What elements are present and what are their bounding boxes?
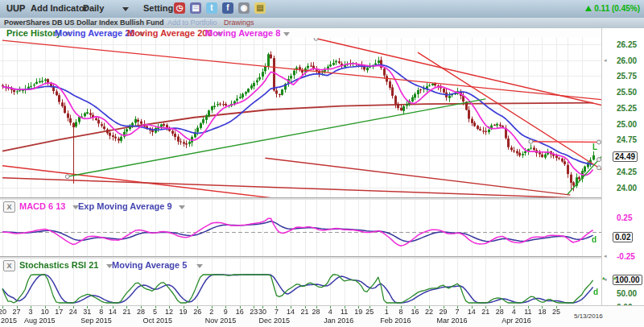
week-tick-label: 17 bbox=[55, 308, 63, 316]
week-tick-label: 10 bbox=[41, 308, 49, 316]
camera-icon[interactable]: ◉ bbox=[238, 2, 250, 14]
charting-app: UUP Add Indicator Daily Settings ◷▤tf◉▤ … bbox=[0, 0, 644, 327]
subbar: PowerShares DB US Dollar Index Bullish F… bbox=[0, 18, 644, 28]
week-tick-label: 14 bbox=[109, 308, 117, 316]
week-tick-label: 5 bbox=[153, 308, 157, 316]
chevron-down-icon[interactable] bbox=[283, 32, 290, 36]
price-tick-label: 25.50 bbox=[617, 88, 637, 97]
month-label: Aug 2015 bbox=[24, 317, 56, 325]
scroll-arrow-icon[interactable]: ◂ bbox=[604, 57, 607, 64]
week-tick-label: 20 bbox=[0, 308, 6, 316]
week-tick-label: 1 bbox=[385, 308, 389, 316]
price-tick-label: 24.75 bbox=[617, 135, 637, 144]
up-arrow-icon bbox=[585, 6, 592, 11]
week-tick-label: 9 bbox=[224, 308, 228, 316]
current-macd-box: 0.02 bbox=[613, 232, 633, 242]
week-tick-label: 29 bbox=[440, 308, 448, 316]
month-label: Oct 2015 bbox=[143, 317, 173, 325]
week-tick-label: 16 bbox=[236, 308, 244, 316]
week-tick-label: 19 bbox=[354, 308, 362, 316]
scroll-arrow-icon[interactable]: ◂ bbox=[604, 253, 607, 259]
week-tick-label: 11 bbox=[524, 308, 531, 316]
chevron-down-icon[interactable] bbox=[122, 7, 129, 11]
week-tick-label: 22 bbox=[425, 308, 433, 316]
stoch-ma-label[interactable]: Moving Average 5 bbox=[112, 260, 187, 270]
month-label: Feb 2016 bbox=[380, 317, 411, 325]
week-tick-label: 14 bbox=[468, 308, 476, 316]
scroll-up-icon[interactable]: ▴ bbox=[602, 275, 605, 281]
week-tick-label: 2 bbox=[209, 308, 213, 316]
price-tick-label: 24.25 bbox=[617, 168, 637, 176]
month-label: Apr 2016 bbox=[502, 317, 531, 325]
price-tick-label: 25.25 bbox=[617, 104, 637, 113]
week-tick-label: 28 bbox=[496, 308, 504, 316]
x-axis: 5/13/2016 202731017243181421285121926291… bbox=[0, 305, 644, 327]
macd-tick-label: -0.25 bbox=[617, 252, 635, 261]
change-badge: 0.11 (0.45%) bbox=[585, 4, 640, 13]
week-tick-label: 25 bbox=[365, 308, 374, 316]
end-date-label: 5/13/2016 bbox=[574, 313, 603, 320]
interval-select[interactable]: Daily bbox=[83, 3, 104, 13]
chevron-down-icon[interactable] bbox=[196, 264, 203, 268]
month-label: Dec 2015 bbox=[258, 317, 290, 325]
stoch-label[interactable]: Stochastics RSI 21 bbox=[19, 260, 98, 270]
price-tick-label: 25.00 bbox=[617, 120, 637, 129]
week-tick-label: 24 bbox=[69, 308, 77, 316]
legend-ma8[interactable]: Moving Average 8 bbox=[205, 28, 290, 38]
fund-name: PowerShares DB US Dollar Index Bullish F… bbox=[4, 19, 164, 27]
price-tick-label: 25.75 bbox=[617, 72, 637, 81]
week-tick-label: 31 bbox=[83, 308, 91, 316]
month-label: Mar 2016 bbox=[437, 317, 468, 325]
week-tick-label: 8 bbox=[99, 308, 103, 316]
drawings-link[interactable]: Drawings bbox=[224, 19, 254, 27]
toolbar: UUP Add Indicator Daily Settings ◷▤tf◉▤ … bbox=[0, 0, 644, 19]
facebook-icon[interactable]: f bbox=[222, 2, 233, 14]
share-icon[interactable]: ▤ bbox=[190, 2, 201, 14]
macd-ma-label[interactable]: Exp Moving Average 9 bbox=[78, 201, 172, 211]
scroll-up-icon[interactable]: ▴ bbox=[613, 275, 617, 281]
stoch-tick-label: 50.00 bbox=[617, 289, 637, 298]
macd-close-button[interactable]: X bbox=[3, 201, 15, 213]
week-tick-label: 26 bbox=[193, 308, 201, 316]
month-label: Sep 2015 bbox=[80, 317, 112, 325]
macd-label[interactable]: MACD 6 13 bbox=[19, 201, 65, 211]
chevron-down-icon[interactable] bbox=[179, 205, 185, 209]
macd-tick-label: 0.25 bbox=[617, 213, 632, 222]
current-stoch-box: 100.00 bbox=[613, 275, 642, 285]
stoch-close-button[interactable]: X bbox=[3, 260, 15, 271]
alerts-icon[interactable]: ◷ bbox=[174, 2, 185, 14]
week-tick-label: 7 bbox=[456, 308, 460, 316]
week-tick-label: 21 bbox=[301, 308, 309, 316]
price-tick-label: 26.25 bbox=[617, 40, 637, 49]
add-to-portfolio-link[interactable]: Add to Portfolio bbox=[167, 19, 217, 27]
current-price-box: 24.49 bbox=[613, 151, 638, 162]
week-tick-label: 19 bbox=[180, 308, 188, 316]
week-tick-label: 28 bbox=[312, 308, 320, 316]
symbol-label[interactable]: UUP bbox=[6, 3, 25, 13]
week-tick-label: 11 bbox=[341, 308, 348, 316]
notes-icon[interactable]: ▤ bbox=[254, 2, 266, 14]
week-tick-label: 4 bbox=[512, 308, 516, 316]
week-tick-label: 25 bbox=[552, 308, 560, 316]
week-tick-label: 4 bbox=[328, 308, 332, 316]
week-tick-label: 16 bbox=[411, 308, 419, 316]
twitter-icon[interactable]: t bbox=[206, 2, 217, 14]
change-text: 0.11 (0.45%) bbox=[594, 4, 640, 13]
week-tick-label: 21 bbox=[122, 308, 130, 316]
week-tick-label: 30 bbox=[258, 308, 266, 316]
week-tick-label: 18 bbox=[538, 308, 546, 316]
week-tick-label: 23 bbox=[250, 308, 258, 316]
price-tick-label: 24.00 bbox=[617, 184, 637, 192]
month-label: Jan 2016 bbox=[324, 317, 353, 325]
week-tick-label: 27 bbox=[13, 308, 21, 316]
week-tick-label: 12 bbox=[165, 308, 173, 316]
week-tick-label: 21 bbox=[481, 308, 489, 316]
week-tick-label: 7 bbox=[275, 308, 279, 316]
settings-button[interactable]: Settings bbox=[143, 3, 178, 13]
add-indicator-button[interactable]: Add Indicator bbox=[31, 3, 88, 13]
right-axis: 24.49 0.02 100.00 26.2526.0025.7525.5025… bbox=[601, 28, 644, 305]
indicator-legend: Price History Moving Average 20 Moving A… bbox=[0, 28, 601, 38]
week-tick-label: 14 bbox=[287, 308, 295, 316]
week-tick-label: 8 bbox=[398, 308, 402, 316]
price-chart[interactable] bbox=[0, 38, 601, 197]
